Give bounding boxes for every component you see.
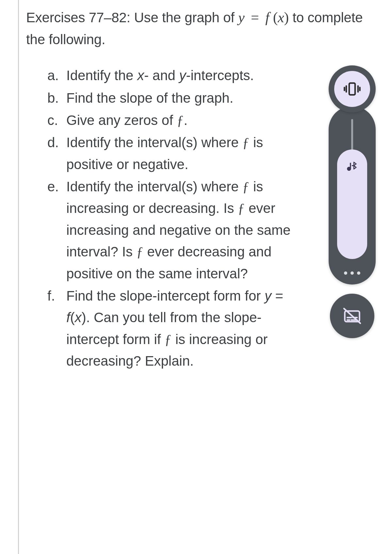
item-text: Find the slope of the graph. — [66, 87, 366, 109]
volume-slider[interactable] — [337, 149, 367, 259]
item-marker: f. — [47, 285, 66, 307]
dot-icon — [344, 271, 347, 275]
ringer-mode-button[interactable] — [329, 65, 376, 113]
list-item: c. Give any zeros of ƒ. — [47, 110, 366, 131]
item-text: Identify the interval(s) where ƒ is incr… — [66, 176, 366, 285]
list-item: a. Identify the x- and y-intercepts. — [47, 65, 366, 86]
left-edge-divider — [18, 0, 19, 554]
dot-icon — [357, 271, 360, 275]
dot-icon — [351, 271, 354, 275]
captions-off-icon — [342, 306, 362, 326]
floating-control-widget — [329, 65, 376, 338]
item-marker: e. — [47, 176, 66, 198]
volume-track[interactable] — [351, 119, 353, 150]
item-marker: d. — [47, 132, 66, 153]
item-marker: c. — [47, 110, 66, 131]
list-item: f. Find the slope-intercept form for y =… — [47, 285, 366, 372]
list-item: e. Identify the interval(s) where ƒ is i… — [47, 176, 366, 285]
svg-rect-0 — [349, 83, 355, 95]
intro-math: y = f (x) — [238, 10, 289, 25]
exercise-intro: Exercises 77–82: Use the graph of y = f … — [26, 7, 366, 50]
vibrate-icon — [343, 80, 361, 98]
item-text: Identify the x- and y-intercepts. — [66, 65, 366, 86]
intro-prefix: Exercises 77–82: Use the graph of — [26, 10, 238, 25]
item-text: Identify the interval(s) where ƒ is posi… — [66, 132, 366, 175]
item-text: Find the slope-intercept form for y = f(… — [66, 285, 366, 372]
item-marker: b. — [47, 87, 66, 109]
ringer-inner — [334, 71, 370, 107]
captions-button[interactable] — [330, 294, 374, 338]
list-item: b. Find the slope of the graph. — [47, 87, 366, 109]
exercise-list: a. Identify the x- and y-intercepts. b. … — [26, 65, 366, 372]
list-item: d. Identify the interval(s) where ƒ is p… — [47, 132, 366, 175]
more-options-button[interactable] — [344, 271, 360, 275]
volume-pill — [329, 106, 376, 285]
item-marker: a. — [47, 65, 66, 86]
item-text: Give any zeros of ƒ. — [66, 110, 366, 131]
music-bluetooth-icon — [345, 160, 359, 174]
